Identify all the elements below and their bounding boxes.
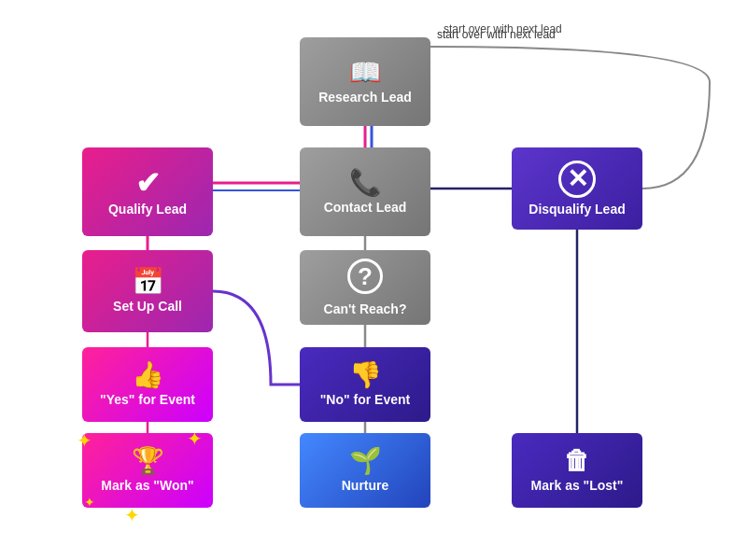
- thumbs-up-icon: 👍: [132, 362, 164, 388]
- research-lead-label: Research Lead: [318, 90, 412, 105]
- checkmark-icon: ✔: [135, 168, 161, 198]
- contact-lead-node[interactable]: 📞 Contact Lead: [300, 147, 430, 236]
- cant-reach-node[interactable]: ? Can't Reach?: [300, 250, 430, 325]
- yes-event-node[interactable]: 👍 "Yes" for Event: [82, 347, 213, 422]
- nurture-label: Nurture: [342, 478, 389, 493]
- plant-icon: 🌱: [349, 448, 382, 474]
- set-up-call-label: Set Up Call: [113, 299, 182, 314]
- trash-icon: 🗑: [564, 448, 590, 474]
- mark-won-label: Mark as "Won": [101, 478, 193, 493]
- yes-event-label: "Yes" for Event: [100, 392, 195, 407]
- qualify-lead-label: Qualify Lead: [108, 202, 187, 217]
- sparkle-3: ✦: [124, 504, 140, 526]
- x-circle-icon: ✕: [558, 161, 596, 198]
- question-icon: ?: [347, 259, 383, 294]
- calendar-icon: 📅: [132, 269, 164, 295]
- research-lead-node[interactable]: 📖 Research Lead: [300, 37, 430, 126]
- qualify-lead-node[interactable]: ✔ Qualify Lead: [82, 147, 213, 236]
- set-up-call-node[interactable]: 📅 Set Up Call: [82, 250, 213, 332]
- disqualify-lead-node[interactable]: ✕ Disqualify Lead: [512, 147, 642, 230]
- phone-icon: 📞: [349, 170, 382, 196]
- trophy-icon: 🏆: [132, 448, 164, 474]
- thumbs-down-icon: 👎: [349, 362, 382, 388]
- no-event-label: "No" for Event: [320, 392, 411, 407]
- disqualify-lead-label: Disqualify Lead: [529, 202, 625, 217]
- contact-lead-label: Contact Lead: [324, 200, 407, 215]
- no-event-node[interactable]: 👎 "No" for Event: [300, 347, 430, 422]
- mark-lost-label: Mark as "Lost": [531, 478, 624, 493]
- start-over-text: start over with next lead: [444, 22, 562, 35]
- sparkle-1: ✦: [77, 429, 92, 452]
- nurture-node[interactable]: 🌱 Nurture: [300, 433, 430, 508]
- sparkle-2: ✦: [187, 427, 203, 450]
- sparkle-4: ✦: [84, 495, 95, 510]
- mark-lost-node[interactable]: 🗑 Mark as "Lost": [512, 433, 642, 508]
- diagram-container: start over with next lead 📖 Research Lea…: [0, 0, 747, 560]
- cant-reach-label: Can't Reach?: [324, 301, 407, 316]
- book-icon: 📖: [349, 60, 382, 86]
